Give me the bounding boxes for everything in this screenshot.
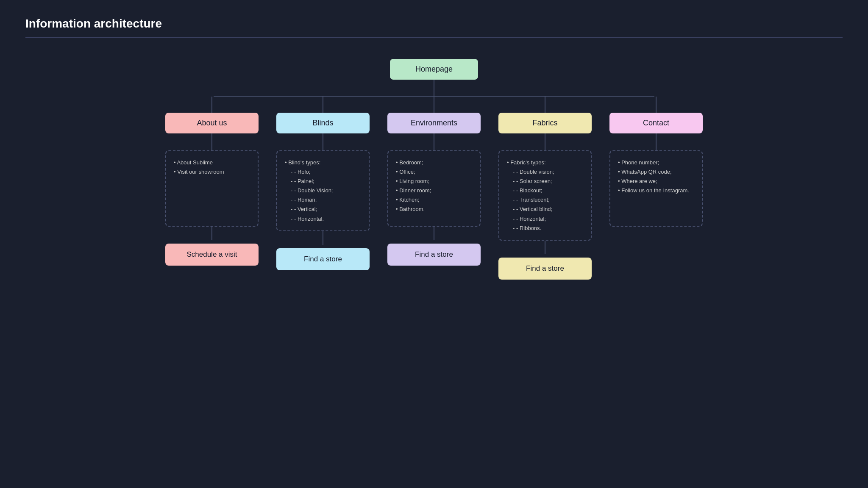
conn-fabrics — [545, 133, 545, 150]
dashed-about-us: About Sublime Visit our showroom — [165, 150, 259, 227]
action-about-us[interactable]: Schedule a visit — [165, 244, 259, 266]
list-sub-item: - Vertical blind; — [507, 205, 583, 214]
mid-conn-fabrics — [545, 241, 545, 254]
dashed-environments: Bedroom; Office; Living room; Dinner roo… — [387, 150, 481, 227]
list-sub-item: - Painel; — [285, 177, 361, 186]
list-sub-item: - Solar screen; — [507, 177, 583, 186]
conn-contact — [656, 133, 657, 150]
list-sub-item: - Vertical; — [285, 205, 361, 214]
list-item: WhatsApp QR code; — [618, 167, 694, 177]
list-sub-item: - Roman; — [285, 195, 361, 205]
about-us-list: About Sublime Visit our showroom — [174, 158, 250, 177]
homepage-node[interactable]: Homepage — [390, 59, 478, 80]
conn-environments — [434, 133, 434, 150]
root-stem — [434, 80, 434, 96]
page-title: Information architecture — [25, 17, 843, 30]
dashed-contact: Phone number; WhatsApp QR code; Where ar… — [609, 150, 703, 227]
list-sub-item: - Horizontal. — [285, 214, 361, 224]
list-item: Follow us on the Instagram. — [618, 186, 694, 195]
hbar-container — [159, 96, 709, 97]
hbar — [214, 96, 654, 97]
col-environments: Environments Bedroom; Office; Living roo… — [381, 97, 487, 280]
list-sub-item: - Double Vision; — [285, 186, 361, 195]
blinds-list: Blind's types: - Rolo; - Painel; - Doubl… — [285, 158, 361, 224]
list-sub-item: - Translucent; — [507, 195, 583, 205]
level2-contact[interactable]: Contact — [609, 113, 703, 133]
list-item: Where are we; — [618, 177, 694, 186]
environments-list: Bedroom; Office; Living room; Dinner roo… — [396, 158, 472, 214]
list-sub-item: - Double vision; — [507, 167, 583, 177]
fabrics-list: Fabric's types: - Double vision; - Solar… — [507, 158, 583, 233]
dashed-fabrics: Fabric's types: - Double vision; - Solar… — [498, 150, 592, 241]
col-about-us: About us About Sublime Visit our showroo… — [159, 97, 265, 280]
stem-environments — [434, 97, 434, 113]
list-sub-item: - Ribbons. — [507, 224, 583, 233]
list-sub-item: - Blackout; — [507, 186, 583, 195]
col-contact: Contact Phone number; WhatsApp QR code; … — [603, 97, 709, 280]
list-item: Dinner room; — [396, 186, 472, 195]
contact-list: Phone number; WhatsApp QR code; Where ar… — [618, 158, 694, 195]
conn-about-us — [211, 133, 212, 150]
col-blinds: Blinds Blind's types: - Rolo; - Painel; … — [270, 97, 376, 280]
stem-about-us — [211, 97, 212, 113]
list-item: Bathroom. — [396, 205, 472, 214]
list-item: Living room; — [396, 177, 472, 186]
list-sub-item: - Rolo; — [285, 167, 361, 177]
level2-environments[interactable]: Environments — [387, 113, 481, 133]
list-sub-item: - Horizontal; — [507, 214, 583, 224]
list-item: Kitchen; — [396, 195, 472, 205]
action-fabrics[interactable]: Find a store — [498, 258, 592, 280]
list-item: Office; — [396, 167, 472, 177]
dashed-blinds: Blind's types: - Rolo; - Painel; - Doubl… — [276, 150, 370, 231]
mid-conn-environments — [434, 227, 434, 240]
title-divider — [25, 37, 843, 38]
level2-about-us[interactable]: About us — [165, 113, 259, 133]
list-item: About Sublime — [174, 158, 250, 167]
ia-tree: Homepage About us About Sublime Visit ou… — [25, 59, 843, 280]
mid-conn-blinds — [323, 231, 323, 245]
action-blinds[interactable]: Find a store — [276, 248, 370, 270]
level2-blinds[interactable]: Blinds — [276, 113, 370, 133]
conn-blinds — [323, 133, 323, 150]
stem-contact — [656, 97, 657, 113]
stem-blinds — [323, 97, 323, 113]
list-item: Blind's types: — [285, 158, 361, 167]
list-item: Visit our showroom — [174, 167, 250, 177]
mid-conn-about-us — [211, 227, 212, 240]
level2-fabrics[interactable]: Fabrics — [498, 113, 592, 133]
list-item: Phone number; — [618, 158, 694, 167]
columns-group: About us About Sublime Visit our showroo… — [159, 97, 709, 280]
action-environments[interactable]: Find a store — [387, 244, 481, 266]
list-item: Bedroom; — [396, 158, 472, 167]
stem-fabrics — [545, 97, 545, 113]
list-item: Fabric's types: — [507, 158, 583, 167]
col-fabrics: Fabrics Fabric's types: - Double vision;… — [492, 97, 598, 280]
